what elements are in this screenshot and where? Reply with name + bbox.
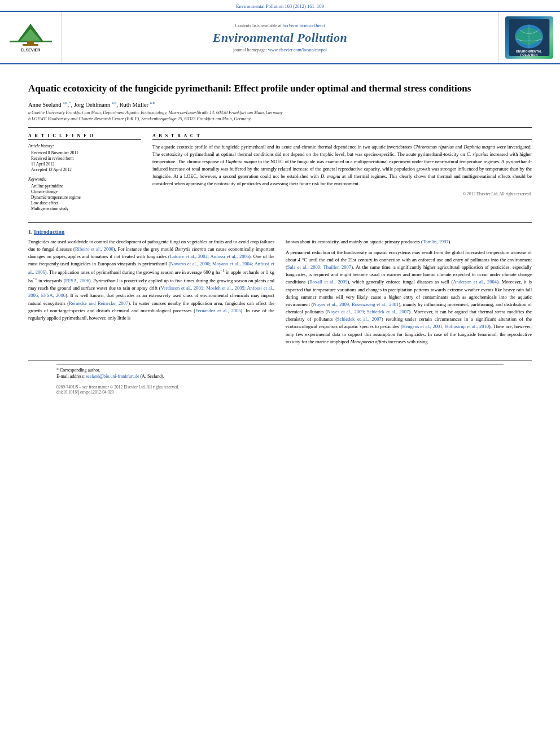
journal-ref-text: Environmental Pollution 168 (2012) 161–1… — [236, 3, 323, 9]
sciverse-link: SciVerse ScienceDirect — [283, 23, 325, 28]
email-address: seeland@bio.uni-frankfurt.de — [86, 374, 139, 379]
paper-title: Aquatic ecotoxicity of the fungicide pyr… — [28, 82, 532, 95]
ref-navarro: Navarro et al., 2000; Moyano et al., 200… — [28, 261, 274, 275]
intro-col2: known about its ecotoxicity, and mainly … — [286, 238, 532, 349]
header-left: ELSEVIER — [0, 12, 62, 63]
intro-col1: Fungicides are used worldwide to control… — [28, 238, 274, 349]
ref-schiedek: Schiedek et al., 2007 — [337, 316, 382, 322]
ref-anderson: Anderson et al., 2004 — [453, 279, 497, 285]
section-divider — [28, 127, 532, 128]
svg-rect-3 — [27, 41, 34, 44]
footer-hr — [56, 364, 504, 365]
ref-efsa1: EFSA, 2006 — [65, 278, 89, 283]
body-two-col: Fungicides are used worldwide to control… — [28, 238, 532, 349]
keywords-section: Keywords: Aniline pyrimidine Climate cha… — [28, 177, 141, 211]
badge-svg: ENVIRONMENTAL POLLUTION — [508, 19, 550, 56]
intro-title: 1. Introduction — [28, 229, 532, 235]
svg-text:ELSEVIER: ELSEVIER — [21, 48, 41, 52]
ref-sala: Sala et al., 2000; Thuiller, 2007 — [287, 264, 351, 270]
elsevier-logo-svg: ELSEVIER — [7, 21, 55, 54]
page-wrapper: Environmental Pollution 168 (2012) 161–1… — [0, 0, 560, 406]
affiliation-a: a Goethe University Frankfurt am Main, D… — [28, 110, 532, 115]
article-info-header: A R T I C L E I N F O — [28, 133, 141, 140]
footnote-star: * Corresponding author. — [56, 368, 504, 373]
footnote-email: E-mail address: seeland@bio.uni-frankfur… — [56, 374, 504, 379]
ref-reinecke: Reinecke and Reinecke, 2007 — [69, 300, 128, 306]
sciverse-prefix: Contents lists available at — [235, 23, 282, 28]
copyright-line: © 2012 Elsevier Ltd. All rights reserved… — [152, 191, 532, 196]
doi-line: doi:10.1016/j.envpol.2012.04.020 — [56, 390, 532, 395]
authors-line: Anne Seeland a,b,*, Jörg Oehlmann a,b, R… — [28, 101, 532, 108]
keyword-2: Climate change — [31, 189, 141, 194]
intro-col1-text: Fungicides are used worldwide to control… — [28, 238, 274, 322]
intro-number: 1. — [28, 229, 33, 235]
received-revised-label: Received in revised form — [31, 156, 141, 161]
received-revised-date: 11 April 2012 — [31, 161, 141, 167]
journal-badge: ENVIRONMENTAL POLLUTION — [505, 16, 553, 59]
footer-section: * Corresponding author. E-mail address: … — [28, 360, 532, 379]
keyword-3: Dynamic temperature regime — [31, 195, 141, 200]
keywords-label: Keywords: — [28, 177, 141, 182]
elsevier-logo: ELSEVIER — [7, 21, 55, 55]
intro-section-title: Introduction — [34, 229, 64, 235]
abstract-col: A B S T R A C T The aquatic ecotoxic pro… — [152, 133, 532, 215]
keyword-5: Multigeneration study — [31, 206, 141, 211]
email-label: E-mail address: — [56, 374, 85, 379]
abstract-text: The aquatic ecotoxic profile of the fung… — [152, 143, 532, 188]
keyword-1: Aniline pyrimidine — [31, 184, 141, 189]
ref-verdisson: Verdisson et al., 2001; Mosleh et al., 2… — [28, 285, 274, 298]
ref-noyes1: Noyes et al., 2009; Rosenzweig et al., 2… — [313, 302, 399, 307]
svg-rect-4 — [23, 44, 38, 46]
ref-boxall: Boxall et al., 2009 — [309, 279, 347, 285]
header-section: ELSEVIER Contents lists available at Sci… — [0, 12, 560, 64]
ref-noyes2: Noyes et al., 2009; Schiedek et al., 200… — [327, 309, 409, 314]
two-col-section: A R T I C L E I N F O Article history: R… — [28, 133, 532, 215]
body-divider — [28, 222, 532, 223]
intro-col2-text2: A permanent reduction of the biodiversit… — [286, 249, 532, 346]
ref-fernandez: Fernandez et al., 2005 — [195, 308, 240, 313]
sciverse-line: Contents lists available at SciVerse Sci… — [235, 23, 325, 28]
article-info-col: A R T I C L E I N F O Article history: R… — [28, 133, 141, 215]
homepage-url: www.elsevier.com/locate/envpol — [268, 47, 327, 53]
journal-homepage: journal homepage: www.elsevier.com/locat… — [233, 47, 327, 53]
received-date: Received 8 November 2011 — [31, 150, 141, 155]
email-person: (A. Seeland). — [140, 374, 164, 379]
affiliation-b: b LOEWE Biodiversity and Climate Researc… — [28, 116, 532, 121]
abstract-header: A B S T R A C T — [152, 133, 532, 140]
page-footer-bar: 0269-7491/$ – see front matter © 2012 El… — [28, 385, 532, 395]
ref-tomlin: Tomlin, 1997 — [423, 239, 449, 244]
article-history: Article history: Received 8 November 201… — [28, 143, 141, 172]
main-content: Aquatic ecotoxicity of the fungicide pyr… — [0, 64, 560, 406]
ref-heugens: Heugens et al., 2001; Holmstrup et al., … — [402, 324, 489, 329]
journal-ref-bar: Environmental Pollution 168 (2012) 161–1… — [0, 0, 560, 12]
header-right: ENVIRONMENTAL POLLUTION — [498, 12, 560, 63]
journal-title-big: Environmental Pollution — [213, 30, 347, 45]
header-center: Contents lists available at SciVerse Sci… — [62, 12, 498, 63]
issn-line: 0269-7491/$ – see front matter © 2012 El… — [56, 385, 532, 390]
accepted-date: Accepted 12 April 2012 — [31, 167, 141, 172]
intro-section: 1. Introduction Fungicides are used worl… — [28, 229, 532, 349]
ref-ribeiro: Ribeiro et al., 2000 — [75, 246, 113, 252]
history-label: Article history: — [28, 143, 141, 148]
svg-text:POLLUTION: POLLUTION — [520, 53, 538, 56]
keyword-4: Low dose effect — [31, 200, 141, 206]
intro-col2-text1: known about its ecotoxicity, and mainly … — [286, 238, 532, 246]
homepage-label: journal homepage: — [233, 47, 267, 53]
ref-latorre: Latorre et al., 2002; Anfossi et al., 20… — [170, 254, 249, 259]
